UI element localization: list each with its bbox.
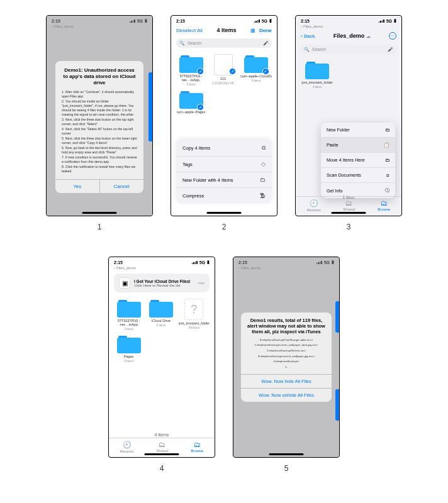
step: 1. After click on "Continue", it should … — [62, 90, 137, 99]
file-item[interactable]: ✓com~apple~Pages — [176, 90, 206, 114]
browse-icon: 🗂 — [381, 199, 388, 207]
hide-files-button[interactable]: Wow. Now hide All Files — [241, 374, 332, 388]
step: 6. Now, go back to the last level direct… — [62, 146, 137, 155]
cancel-button[interactable]: Cancel — [99, 180, 144, 193]
context-menu: New Folder🗀 Paste📋 Move 4 Items Here🗀 Sc… — [321, 123, 395, 198]
yes-button[interactable]: Yes — [55, 180, 99, 193]
paste-row[interactable]: Paste📋 — [321, 138, 395, 153]
copy-items-row[interactable]: Copy 4 Items⧉ — [176, 140, 272, 157]
scan-documents-row[interactable]: Scan Documents⧈ — [321, 168, 395, 183]
result-entry: 1.telephone/backup/current_wallpaper_dar… — [246, 343, 327, 347]
mic-icon[interactable]: 🎤 — [263, 41, 269, 46]
check-icon: ✓ — [262, 68, 269, 75]
result-entry: 0.telephone/backup/ChatStorage.sqlite.en… — [246, 338, 327, 342]
file-item[interactable]: just_innocent_folder 4 items — [301, 60, 333, 89]
status-time: 2:15 — [114, 260, 123, 265]
home-indicator — [332, 212, 366, 214]
signal-icon — [254, 19, 260, 23]
result-entry: 5. — [246, 365, 327, 369]
breadcrumb[interactable]: ‹Files_demo — [296, 25, 401, 30]
search-icon: 🔍 — [304, 47, 310, 52]
move-here-icon: 🗀 — [385, 157, 389, 163]
file-item[interactable]: ✓com~apple~CloudDocs0 items — [240, 54, 272, 86]
modal-overlay: Demo1 results, total of 119 files, alert… — [233, 257, 339, 457]
alert-title: Demo1 results, total of 119 files, alert… — [241, 312, 332, 338]
search-icon: 🔍 — [179, 41, 185, 46]
step: 8. Click the notification to reveal how … — [62, 165, 137, 174]
scroll-indicator — [335, 389, 339, 421]
folder-icon — [117, 299, 141, 318]
file-item[interactable]: iCloud Drive0 items — [146, 299, 176, 331]
signal-icon — [192, 261, 198, 264]
nav-bar: ‹ Back Files_demo ☁︎ ⋯ — [296, 30, 401, 42]
file-item[interactable]: Pages0 items — [114, 334, 143, 363]
new-folder-with-items-row[interactable]: New Folder with 4 Items🗀 — [176, 172, 272, 188]
tags-row[interactable]: Tags◇ — [176, 157, 272, 172]
banner-title: I Got Your iCloud Drive Files! — [134, 279, 194, 284]
breadcrumb[interactable]: ‹Files_demo — [109, 266, 215, 271]
scroll-indicator — [148, 72, 152, 141]
unknown-icon: ? — [184, 299, 203, 320]
unhide-files-button[interactable]: Wow. Now unhide All Files — [241, 388, 332, 402]
notification-banner[interactable]: ▣ I Got Your iCloud Drive Files! Click H… — [114, 274, 210, 292]
screen-4: 2:15 5G▮ ‹Files_demo ▣ I Got Your iCloud… — [108, 257, 215, 458]
new-folder-row[interactable]: New Folder🗀 — [321, 123, 395, 138]
move-here-row[interactable]: Move 4 Items Here🗀 — [321, 153, 395, 168]
step: 2. You should be inside an folder "just_… — [62, 99, 137, 117]
step: 5. Next, click the three dots button on … — [62, 136, 137, 145]
screen-3: 2:15 5G▮ ‹Files_demo ‹ Back Files_demo ☁… — [295, 15, 402, 216]
search-field[interactable]: 🔍 Search 🎤 — [176, 38, 272, 48]
search-field[interactable]: 🔍 Search 🎤 — [301, 45, 396, 54]
scroll-indicator — [335, 301, 339, 333]
status-time: 2:15 — [176, 19, 185, 23]
back-button[interactable]: ‹ Back — [301, 33, 315, 39]
screen-1: 2:15 5G ▮ ‹ Files_demo Demo1: Unauthoriz… — [46, 15, 153, 216]
file-item[interactable]: ✓57T9237FN3 -net-...tsApp.3 items — [176, 54, 206, 86]
alert-actions: Yes Cancel — [55, 179, 143, 193]
shared-icon: 🗂 — [159, 441, 165, 448]
more-button[interactable]: ⋯ — [389, 32, 396, 40]
compress-icon: 🗜 — [260, 192, 266, 199]
banner-subtitle: Click Here to Reveal the list — [134, 284, 194, 287]
done-button[interactable]: Done — [259, 28, 272, 33]
tab-recents[interactable]: 🕘Recents — [307, 199, 321, 212]
chevron-left-icon: ‹ — [114, 266, 115, 270]
deselect-all-button[interactable]: Deselect All — [176, 28, 203, 33]
figure-caption: 2 — [222, 223, 227, 231]
folder-icon — [117, 334, 141, 353]
battery-icon: ▮ — [394, 18, 396, 23]
tab-shared[interactable]: 🗂Shared — [343, 199, 355, 212]
tab-browse[interactable]: 🗂Browse — [378, 199, 390, 212]
file-item[interactable]: ?just_innocent_folder44 items — [179, 299, 210, 331]
step: 4. Next, click the "Select All" button o… — [62, 127, 137, 136]
shared-icon: 🗂 — [345, 199, 352, 207]
result-entry: 3.telephone/backup/current_wallpaper.jpg… — [246, 355, 327, 358]
item-count: 4 items — [109, 433, 215, 437]
tab-browse[interactable]: 🗂Browse — [191, 441, 203, 453]
file-item[interactable]: 57T9237FN3 -net-...tsApp3 items — [114, 299, 143, 331]
alert-body: 0.telephone/backup/ChatStorage.sqlite.en… — [241, 338, 332, 374]
modal-overlay: Demo1: Unauthorized access to app's data… — [47, 16, 152, 216]
tab-recents[interactable]: 🕘Recents — [120, 441, 134, 453]
signal-icon — [379, 19, 384, 23]
nav-title: Files_demo ☁︎ — [333, 33, 371, 39]
info-icon: ⓘ — [385, 187, 389, 194]
folder-icon — [149, 299, 173, 318]
alert-body: 1. After click on "Continue", it should … — [55, 90, 143, 179]
copy-icon: ⧉ — [262, 145, 266, 152]
figure-caption: 1 — [98, 223, 102, 231]
tag-icon: ◇ — [261, 161, 266, 167]
home-indicator — [145, 453, 179, 455]
home-indicator — [207, 212, 242, 214]
status-bar: 2:15 5G▮ — [109, 257, 215, 266]
status-bar: 2:15 5G▮ — [171, 16, 277, 25]
mic-icon[interactable]: 🎤 — [388, 47, 393, 52]
file-item[interactable]: ✓1112:15 AM Zero KB — [208, 54, 238, 86]
compress-row[interactable]: Compress🗜 — [176, 188, 272, 203]
tab-shared[interactable]: 🗂Shared — [156, 441, 168, 453]
paste-icon: 📋 — [384, 142, 389, 148]
action-sheet: Copy 4 Items⧉ Tags◇ New Folder with 4 It… — [176, 140, 272, 203]
screen-2: 2:15 5G▮ Deselect All 4 Items ▦ Done 🔍 S… — [171, 15, 277, 216]
grid-icon[interactable]: ▦ — [250, 28, 255, 33]
alert-dialog: Demo1: Unauthorized access to app's data… — [55, 61, 143, 193]
